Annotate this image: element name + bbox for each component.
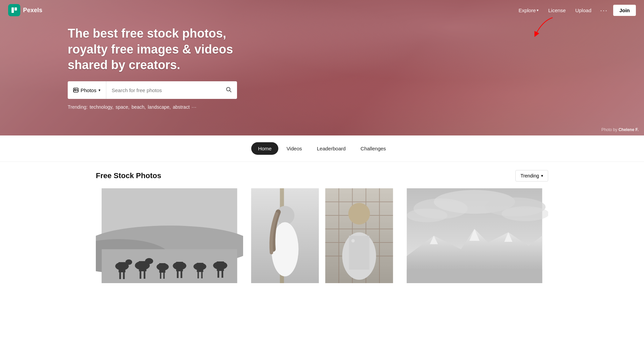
tab-home[interactable]: Home	[251, 142, 278, 155]
svg-rect-26	[176, 262, 183, 271]
search-bar: Photos ▾	[68, 81, 237, 99]
logo[interactable]: Pexels	[8, 4, 42, 16]
image-icon	[73, 87, 79, 93]
photo-mountain	[401, 188, 548, 283]
content-tabs: Home Videos Leaderboard Challenges	[0, 135, 644, 162]
svg-point-20	[145, 258, 153, 264]
svg-rect-1	[15, 7, 17, 10]
svg-point-60	[407, 209, 448, 222]
sort-chevron-icon: ▾	[541, 173, 543, 178]
svg-rect-22	[159, 263, 165, 273]
svg-rect-28	[180, 271, 182, 278]
search-icon	[226, 86, 232, 92]
trending-technology[interactable]: technology,	[90, 104, 114, 110]
svg-rect-35	[217, 271, 219, 278]
more-options-button[interactable]: ···	[597, 5, 610, 16]
search-type-chevron: ▾	[99, 88, 101, 92]
tab-challenges[interactable]: Challenges	[354, 142, 393, 155]
search-input[interactable]	[106, 87, 220, 93]
svg-rect-66	[407, 270, 542, 283]
header-nav: Explore ▾ License Upload ··· Join	[515, 5, 636, 16]
tab-videos[interactable]: Videos	[280, 142, 309, 155]
svg-rect-24	[163, 273, 165, 279]
svg-rect-32	[201, 272, 202, 278]
nav-explore[interactable]: Explore ▾	[515, 5, 542, 15]
logo-icon	[8, 4, 20, 16]
svg-rect-36	[221, 271, 223, 278]
svg-rect-34	[217, 261, 224, 271]
trending-row: Trending: technology, space, beach, land…	[68, 104, 197, 110]
trending-landscape[interactable]: landscape,	[148, 104, 171, 110]
search-type-button[interactable]: Photos ▾	[68, 81, 106, 99]
tab-leaderboard[interactable]: Leaderboard	[310, 142, 352, 155]
sort-label: Trending	[520, 173, 539, 178]
svg-rect-18	[139, 271, 141, 279]
photo-grid	[96, 188, 548, 283]
svg-rect-12	[119, 262, 125, 272]
photo-credit-link[interactable]: Chelene F.	[619, 127, 639, 132]
svg-point-52	[348, 203, 370, 225]
sort-dropdown[interactable]: Trending ▾	[515, 170, 548, 182]
trending-label: Trending:	[68, 104, 88, 110]
trending-space[interactable]: space,	[115, 104, 129, 110]
search-type-label: Photos	[81, 87, 96, 93]
svg-rect-17	[139, 261, 146, 271]
photo-credit: Photo by Chelene F.	[601, 127, 639, 132]
photo-card-wedding[interactable]	[249, 188, 396, 283]
photo-groom	[323, 188, 395, 283]
photo-card-horses[interactable]	[96, 188, 243, 283]
main-content: Free Stock Photos Trending ▾	[85, 162, 559, 291]
photo-horses	[96, 188, 243, 283]
svg-rect-27	[177, 271, 178, 278]
svg-rect-13	[119, 272, 121, 279]
svg-rect-31	[197, 272, 199, 278]
logo-text: Pexels	[23, 7, 42, 14]
svg-rect-23	[160, 273, 161, 279]
nav-license[interactable]: License	[545, 5, 569, 15]
join-button[interactable]: Join	[613, 5, 636, 16]
svg-rect-30	[197, 263, 203, 272]
photo-card-mountain[interactable]	[401, 188, 548, 283]
svg-point-15	[125, 259, 132, 265]
svg-line-5	[230, 90, 231, 92]
search-submit-button[interactable]	[220, 86, 237, 94]
svg-rect-19	[144, 271, 145, 279]
hero-title: The best free stock photos, royalty free…	[68, 26, 237, 73]
svg-rect-14	[123, 272, 125, 279]
header: Pexels Explore ▾ License Upload ··· Join	[0, 0, 644, 20]
photo-bride	[249, 188, 321, 283]
nav-upload[interactable]: Upload	[572, 5, 595, 15]
trending-more[interactable]: ···	[192, 104, 197, 110]
trending-abstract[interactable]: abstract	[173, 104, 190, 110]
trending-beach[interactable]: beach,	[131, 104, 146, 110]
section-title: Free Stock Photos	[96, 171, 161, 180]
chevron-down-icon: ▾	[537, 8, 539, 13]
svg-point-61	[502, 206, 548, 221]
content-header: Free Stock Photos Trending ▾	[96, 170, 548, 182]
svg-point-55	[351, 239, 355, 242]
svg-rect-0	[12, 7, 14, 13]
hero-content: The best free stock photos, royalty free…	[0, 0, 644, 135]
hero-section: The best free stock photos, royalty free…	[0, 0, 644, 135]
